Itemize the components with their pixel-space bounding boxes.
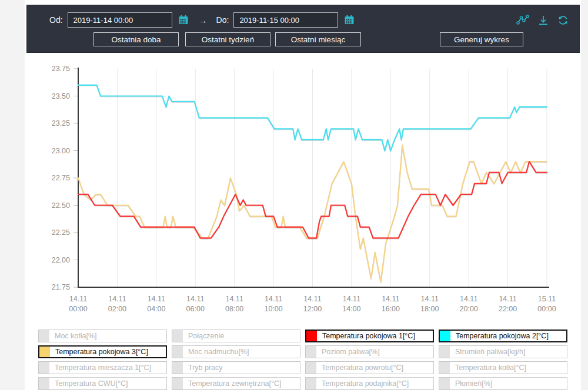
download-button[interactable] (538, 15, 549, 26)
legend-item[interactable]: Płomień[%] (439, 377, 567, 390)
svg-text:22.50: 22.50 (52, 201, 70, 210)
legend-swatch (39, 347, 50, 357)
legend-item[interactable]: Moc nadmuchu[%] (172, 345, 300, 358)
legend-item[interactable]: Temperatura pokojowa 1[°C] (305, 330, 434, 342)
legend-swatch (439, 378, 450, 389)
legend-swatch (172, 362, 183, 374)
legend-item[interactable]: Poziom paliwa[%] (305, 345, 434, 358)
chart-toolbar: Od: → Do: (26, 5, 580, 53)
legend-swatch (306, 346, 316, 358)
svg-text:14.11: 14.11 (382, 295, 399, 303)
legend-label: Strumień paliwa[kg/h] (450, 348, 526, 356)
series-legend: Moc kotła[%]PołączenieTemperatura pokojo… (38, 330, 567, 390)
to-date-input[interactable] (233, 12, 338, 28)
legend-swatch (39, 378, 49, 389)
legend-item[interactable]: Temperatura kotła[°C] (439, 361, 567, 374)
refresh-button[interactable] (557, 15, 569, 26)
legend-item[interactable]: Temperatura pokojowa 2[°C] (439, 330, 567, 342)
legend-label: Tryb pracy (183, 364, 223, 372)
svg-text:06:00: 06:00 (186, 305, 205, 313)
svg-text:08:00: 08:00 (225, 305, 243, 313)
svg-text:12:00: 12:00 (303, 305, 322, 313)
legend-item[interactable]: Tryb pracy (172, 361, 300, 374)
legend-swatch (172, 330, 183, 342)
last-month-button[interactable]: Ostatni miesiąc (275, 32, 361, 46)
svg-text:23.00: 23.00 (52, 147, 70, 155)
svg-text:00:00: 00:00 (537, 305, 556, 313)
legend-label: Poziom paliwa[%] (316, 348, 380, 356)
from-date-input[interactable] (68, 12, 172, 28)
legend-swatch (306, 362, 316, 374)
legend-label: Temperatura pokojowa 3[°C] (50, 348, 148, 356)
svg-text:14.11: 14.11 (303, 295, 321, 303)
temperature-line-chart: 23.7523.5023.2523.0022.7522.5022.2522.00… (25, 59, 581, 317)
legend-label: Płomień[%] (450, 379, 492, 388)
last-day-button[interactable]: Ostatnia doba (93, 32, 179, 46)
svg-text:20:00: 20:00 (460, 305, 478, 313)
legend-item[interactable]: Moc kotła[%] (38, 330, 167, 342)
svg-text:00:00: 00:00 (69, 305, 87, 313)
svg-text:21.75: 21.75 (52, 283, 70, 291)
legend-item[interactable]: Temperatura podajnika[°C] (305, 377, 434, 390)
legend-label: Temperatura CWU[°C] (49, 379, 128, 388)
legend-item[interactable]: Połączenie (172, 330, 300, 342)
toolbar-action-icons (516, 15, 569, 26)
legend-item[interactable]: Temperatura zewnętrzna[°C] (172, 377, 300, 390)
legend-label: Temperatura pokojowa 2[°C] (450, 332, 549, 340)
from-calendar-button[interactable] (178, 14, 189, 26)
legend-swatch (39, 362, 49, 374)
legend-item[interactable]: Temperatura mieszacza 1[°C] (38, 361, 167, 374)
legend-swatch (39, 330, 49, 342)
legend-swatch (439, 362, 450, 374)
legend-swatch (306, 331, 317, 341)
generate-chart-button[interactable]: Generuj wykres (440, 32, 523, 46)
legend-label: Moc kotła[%] (49, 332, 97, 340)
svg-text:14.11: 14.11 (225, 295, 243, 303)
to-calendar-button[interactable] (343, 14, 355, 26)
svg-text:04:00: 04:00 (147, 305, 165, 313)
legend-swatch (172, 378, 183, 389)
svg-text:14.11: 14.11 (108, 295, 126, 303)
legend-label: Temperatura powrotu[°C] (316, 364, 403, 372)
chart-area: 23.7523.5023.2523.0022.7522.5022.2522.00… (25, 59, 581, 320)
download-icon (538, 15, 549, 26)
from-label: Od: (49, 15, 63, 25)
legend-swatch (172, 346, 183, 358)
legend-label: Temperatura kotła[°C] (450, 364, 526, 372)
calendar-icon (343, 14, 355, 26)
legend-item[interactable]: Strumień paliwa[kg/h] (439, 345, 567, 358)
svg-text:14.11: 14.11 (343, 295, 360, 303)
toggle-points-button[interactable] (516, 15, 529, 25)
legend-item[interactable]: Temperatura powrotu[°C] (305, 361, 434, 374)
app-page: Od: → Do: (25, 0, 581, 390)
legend-label: Temperatura podajnika[°C] (316, 379, 409, 388)
svg-text:23.75: 23.75 (52, 65, 70, 73)
svg-text:14.11: 14.11 (421, 295, 439, 303)
svg-text:14:00: 14:00 (342, 305, 360, 313)
svg-text:22.75: 22.75 (52, 174, 70, 182)
svg-text:14.11: 14.11 (69, 295, 87, 303)
svg-text:14.11: 14.11 (186, 295, 204, 303)
svg-text:18:00: 18:00 (420, 305, 439, 313)
legend-label: Temperatura pokojowa 1[°C] (317, 332, 415, 340)
legend-label: Temperatura mieszacza 1[°C] (49, 364, 151, 372)
refresh-icon (557, 15, 569, 26)
legend-label: Moc nadmuchu[%] (183, 348, 249, 356)
svg-text:14.11: 14.11 (499, 295, 516, 303)
svg-text:14.11: 14.11 (265, 295, 282, 303)
svg-text:15.11: 15.11 (538, 295, 556, 303)
to-label: Do: (216, 15, 229, 25)
svg-text:22:00: 22:00 (499, 305, 517, 313)
date-range-row: Od: → Do: (27, 5, 579, 28)
range-arrow-icon: → (199, 15, 208, 25)
legend-swatch (440, 331, 450, 341)
calendar-icon (178, 14, 189, 26)
last-week-button[interactable]: Ostatni tydzień (185, 32, 270, 46)
svg-text:10:00: 10:00 (264, 305, 282, 313)
svg-text:14.11: 14.11 (148, 295, 165, 303)
svg-text:16:00: 16:00 (382, 305, 400, 313)
quick-range-row: Ostatnia doba Ostatni tydzień Ostatni mi… (27, 32, 579, 46)
legend-item[interactable]: Temperatura CWU[°C] (38, 377, 167, 390)
svg-text:14.11: 14.11 (460, 295, 477, 303)
legend-item[interactable]: Temperatura pokojowa 3[°C] (38, 345, 167, 358)
